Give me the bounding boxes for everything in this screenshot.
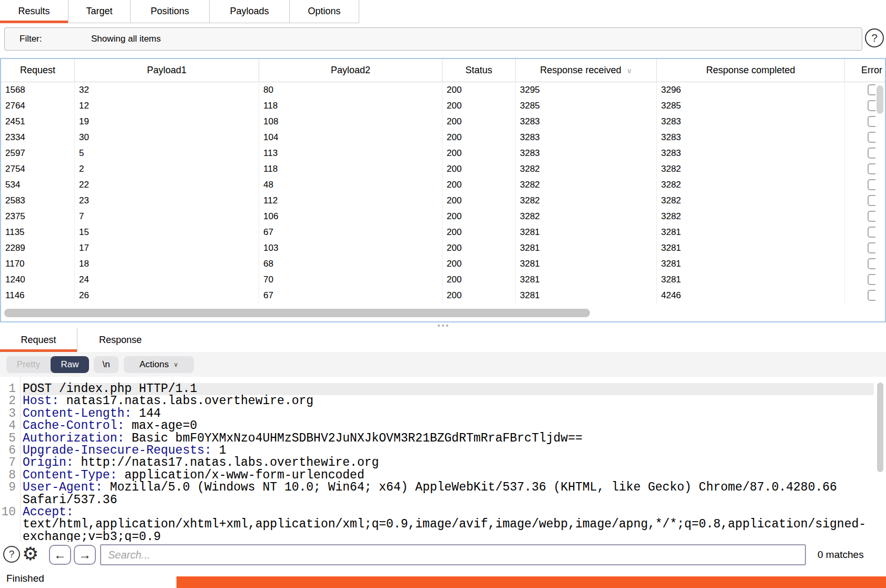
pretty-button[interactable]: Pretty xyxy=(6,356,51,373)
table-hscrollbar-thumb[interactable] xyxy=(4,309,590,317)
actions-button[interactable]: Actions ∨ xyxy=(124,356,194,373)
editor-vscrollbar-thumb[interactable] xyxy=(877,383,883,472)
cell-payload2: 118 xyxy=(259,161,442,177)
line-text: Content-Length: 144 xyxy=(23,408,874,420)
code-line: 6 Upgrade-Insecure-Requests: 1 xyxy=(0,445,886,457)
cell-response-completed: 3283 xyxy=(657,130,845,145)
cell-request: 2451 xyxy=(1,114,75,130)
request-editor[interactable]: 1 POST /index.php HTTP/1.1 2 Host: natas… xyxy=(0,377,886,542)
cell-response-received: 3285 xyxy=(516,98,657,114)
table-row[interactable]: 1146 26 67 200 3281 4246 xyxy=(1,288,885,303)
cell-payload1: 2 xyxy=(75,161,259,177)
table-row[interactable]: 2583 23 112 200 3282 3282 xyxy=(1,193,885,209)
cell-status: 200 xyxy=(442,98,516,114)
cell-request: 2754 xyxy=(1,161,75,177)
cell-payload1: 22 xyxy=(75,177,259,193)
cell-status: 200 xyxy=(442,240,516,256)
col-header-error[interactable]: Error xyxy=(845,59,885,82)
editor-search-bar: ? ⚙ ← → 0 matches xyxy=(0,542,886,568)
line-number: 3 xyxy=(0,408,16,420)
http-header-name: User-Agent: xyxy=(23,481,103,494)
code-line: 3 Content-Length: 144 xyxy=(0,408,886,420)
tab-target-label: Target xyxy=(86,6,112,17)
table-row[interactable]: 534 22 48 200 3282 3282 xyxy=(1,177,885,193)
table-row[interactable]: 1135 15 67 200 3281 3281 xyxy=(1,224,885,240)
cell-response-completed: 3282 xyxy=(657,177,845,193)
cell-response-completed: 3296 xyxy=(657,82,845,98)
raw-button[interactable]: Raw xyxy=(51,356,89,373)
http-header-value: Mozilla/5.0 (Windows NT 10.0; Win64; x64… xyxy=(23,481,844,506)
line-text: Accept: text/html,application/xhtml+xml,… xyxy=(23,506,874,542)
line-number: 7 xyxy=(0,457,16,469)
table-row[interactable]: 2375 7 106 200 3282 3282 xyxy=(1,209,885,224)
cell-response-completed: 3285 xyxy=(657,98,845,114)
tab-positions[interactable]: Positions xyxy=(131,0,210,23)
code-line: 4 Cache-Control: max-age=0 xyxy=(0,420,886,432)
cell-response-received: 3283 xyxy=(516,130,657,145)
newline-toggle-button[interactable]: \n xyxy=(94,356,119,373)
tab-target[interactable]: Target xyxy=(68,0,131,23)
line-number: 5 xyxy=(0,433,16,445)
cell-response-completed: 3281 xyxy=(657,256,845,272)
cell-payload2: 48 xyxy=(259,177,442,193)
table-row[interactable]: 2597 5 113 200 3283 3283 xyxy=(1,145,885,161)
cell-payload1: 5 xyxy=(75,145,259,161)
tab-payloads-label: Payloads xyxy=(230,6,269,17)
table-vscrollbar-thumb[interactable] xyxy=(877,85,883,114)
filter-label: Filter: xyxy=(19,28,42,50)
table-row[interactable]: 1568 32 80 200 3295 3296 xyxy=(1,82,885,98)
table-row[interactable]: 1170 18 68 200 3281 3281 xyxy=(1,256,885,272)
pretty-raw-toggle: Pretty Raw xyxy=(6,356,89,373)
line-text: User-Agent: Mozilla/5.0 (Windows NT 10.0… xyxy=(23,482,874,506)
code-line: 5 Authorization: Basic bmF0YXMxNzo4UHMzS… xyxy=(0,433,886,445)
http-header-value: max-age=0 xyxy=(124,419,197,433)
table-row[interactable]: 2754 2 118 200 3282 3282 xyxy=(1,161,885,177)
table-row[interactable]: 2451 19 108 200 3283 3283 xyxy=(1,114,885,130)
line-text: POST /index.php HTTP/1.1 xyxy=(23,383,874,395)
cell-status: 200 xyxy=(442,177,516,193)
table-row[interactable]: 2289 17 103 200 3281 3281 xyxy=(1,240,885,256)
cell-payload1: 23 xyxy=(75,193,259,209)
tab-payloads[interactable]: Payloads xyxy=(210,0,290,23)
cell-request: 534 xyxy=(1,177,75,193)
filter-bar[interactable]: Filter: Showing all items xyxy=(4,27,862,51)
splitter-handle[interactable] xyxy=(0,323,886,328)
cell-status: 200 xyxy=(442,114,516,130)
col-header-status[interactable]: Status xyxy=(442,59,516,82)
col-header-payload1[interactable]: Payload1 xyxy=(75,59,259,82)
tab-response[interactable]: Response xyxy=(77,328,163,352)
code-line: 10 Accept: text/html,application/xhtml+x… xyxy=(0,506,886,542)
col-header-response-received[interactable]: Response received ∨ xyxy=(516,59,657,82)
search-input[interactable] xyxy=(100,544,806,565)
gear-icon[interactable]: ⚙ xyxy=(22,543,38,564)
col-header-response-completed[interactable]: Response completed xyxy=(657,59,845,82)
cell-request: 2583 xyxy=(1,193,75,209)
search-help-icon[interactable]: ? xyxy=(3,546,20,563)
arrow-left-icon: ← xyxy=(54,547,66,562)
col-header-request[interactable]: Request xyxy=(1,59,75,82)
http-header-value: 1 xyxy=(212,444,227,457)
filter-help-icon[interactable]: ? xyxy=(865,28,884,47)
line-text: Origin: http://natas17.natas.labs.overth… xyxy=(23,457,874,469)
http-header-value: http://natas17.natas.labs.overthewire.or… xyxy=(74,456,379,469)
cell-payload2: 103 xyxy=(259,240,442,256)
table-row[interactable]: 2764 12 118 200 3285 3285 xyxy=(1,98,885,114)
cell-response-received: 3295 xyxy=(516,82,657,98)
cell-payload1: 26 xyxy=(75,288,259,303)
cell-response-received: 3282 xyxy=(516,161,657,177)
line-text: Content-Type: application/x-www-form-url… xyxy=(23,469,874,482)
line-text: Upgrade-Insecure-Requests: 1 xyxy=(23,445,874,457)
results-table: Request Payload1 Payload2 Status Respons… xyxy=(0,58,886,322)
search-next-button[interactable]: → xyxy=(74,545,96,565)
table-row[interactable]: 2334 30 104 200 3283 3283 xyxy=(1,130,885,145)
tab-request[interactable]: Request xyxy=(0,328,77,352)
cell-response-received: 3281 xyxy=(516,224,657,240)
search-prev-button[interactable]: ← xyxy=(49,545,71,565)
col-header-payload2[interactable]: Payload2 xyxy=(259,59,442,82)
tab-results[interactable]: Results xyxy=(0,0,68,23)
code-line: 1 POST /index.php HTTP/1.1 xyxy=(0,383,886,395)
tab-options[interactable]: Options xyxy=(290,0,359,23)
cell-request: 1170 xyxy=(1,256,75,272)
table-row[interactable]: 1240 24 70 200 3281 3281 xyxy=(1,272,885,288)
tab-results-label: Results xyxy=(18,6,50,17)
